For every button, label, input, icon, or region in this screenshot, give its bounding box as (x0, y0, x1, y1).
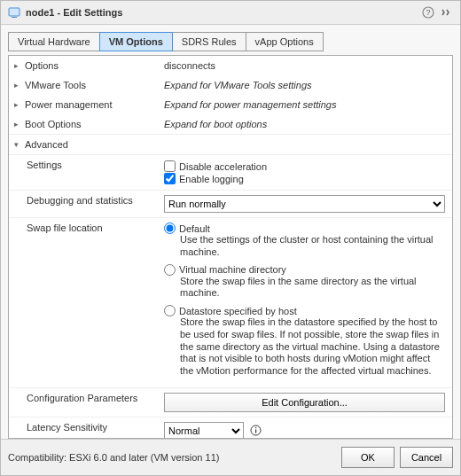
chevron-down-icon[interactable]: ▾ (14, 140, 21, 149)
svg-rect-6 (255, 427, 256, 428)
help-icon[interactable]: ? (421, 5, 435, 20)
select-latency[interactable]: Normal (164, 422, 244, 439)
chevron-right-icon[interactable]: ▸ (14, 81, 21, 90)
chevron-right-icon[interactable]: ▸ (14, 100, 21, 109)
section-remote-console-options: Options (25, 60, 59, 71)
edit-settings-dialog: node1 - Edit Settings ? Virtual Hardware… (0, 0, 461, 476)
button-edit-configuration[interactable]: Edit Configuration... (164, 393, 445, 412)
remote-console-fragment: disconnects (164, 59, 452, 73)
vmware-tools-expand-hint: Expand for VMware Tools settings (164, 78, 452, 92)
tab-bar: Virtual Hardware VM Options SDRS Rules v… (8, 32, 453, 51)
section-power-management: Power management (25, 99, 112, 110)
tab-virtual-hardware[interactable]: Virtual Hardware (8, 32, 100, 51)
radio-swap-host[interactable] (164, 305, 176, 316)
dialog-body: Virtual Hardware VM Options SDRS Rules v… (1, 25, 460, 439)
dialog-title: node1 - Edit Settings (26, 7, 122, 18)
chevron-right-icon[interactable]: ▸ (14, 61, 21, 70)
label-swap-default: Default (179, 223, 210, 234)
tab-vapp-options[interactable]: vApp Options (246, 32, 324, 51)
vm-icon (8, 6, 20, 19)
checkbox-enable-logging[interactable] (164, 173, 176, 184)
titlebar: node1 - Edit Settings ? (1, 1, 460, 25)
dialog-footer: Compatibility: ESXi 6.0 and later (VM ve… (1, 439, 460, 475)
section-advanced: Advanced (25, 139, 68, 150)
info-icon[interactable] (249, 425, 262, 437)
label-config-params: Configuration Parameters (9, 391, 164, 405)
section-boot-options: Boot Options (25, 119, 82, 129)
cancel-button[interactable]: Cancel (400, 447, 453, 468)
select-debugging[interactable]: Run normally (164, 195, 445, 213)
boot-options-expand-hint: Expand for boot options (164, 117, 452, 131)
power-management-expand-hint: Expand for power management settings (164, 98, 452, 112)
label-swap-location: Swap file location (9, 221, 164, 235)
label-swap-vmdir: Virtual machine directory (179, 264, 286, 275)
label-disable-acceleration: Disable acceleration (179, 161, 267, 172)
ok-button[interactable]: OK (341, 447, 395, 468)
svg-rect-5 (255, 430, 256, 433)
chevron-right-icon[interactable]: ▸ (14, 120, 21, 129)
checkbox-disable-acceleration[interactable] (164, 160, 176, 172)
label-debugging: Debugging and statistics (9, 193, 164, 207)
label-latency: Latency Sensitivity (9, 420, 164, 434)
label-enable-logging: Enable logging (179, 174, 244, 184)
tab-vm-options[interactable]: VM Options (99, 32, 173, 51)
svg-text:?: ? (426, 8, 430, 17)
desc-swap-host: Store the swap files in the datastore sp… (180, 316, 445, 378)
vm-options-pane: ▸ Options disconnects ▸ VMware Tools Exp… (8, 55, 453, 439)
svg-rect-0 (9, 8, 20, 16)
desc-swap-vmdir: Store the swap files in the same directo… (180, 276, 445, 300)
svg-rect-1 (12, 17, 17, 18)
label-settings: Settings (9, 158, 164, 172)
tab-sdrs-rules[interactable]: SDRS Rules (172, 32, 246, 51)
desc-swap-default: Use the settings of the cluster or host … (180, 234, 445, 259)
section-vmware-tools: VMware Tools (25, 80, 86, 90)
radio-swap-default[interactable] (164, 222, 176, 234)
label-swap-host: Datastore specified by host (179, 306, 297, 316)
expand-icon[interactable] (439, 5, 453, 20)
radio-swap-vmdir[interactable] (164, 264, 176, 276)
compatibility-text: Compatibility: ESXi 6.0 and later (VM ve… (8, 452, 336, 463)
